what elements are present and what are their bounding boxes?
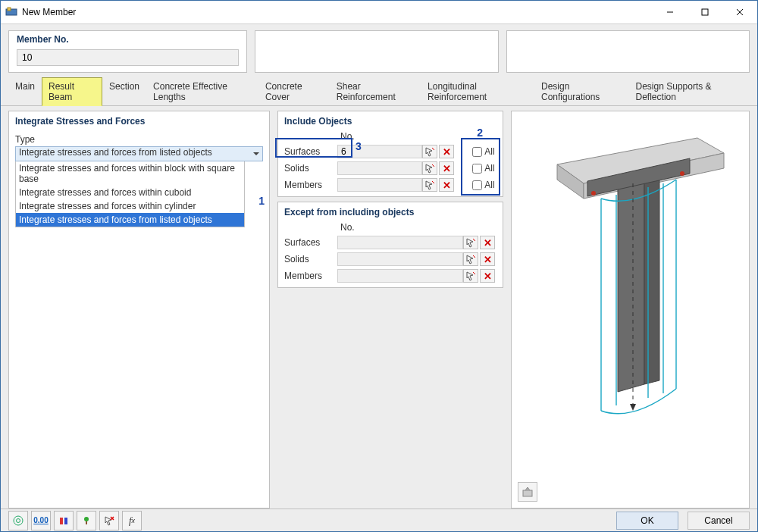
tab-shear-reinforcement[interactable]: Shear Reinforcement (330, 77, 421, 106)
tree-button[interactable] (77, 511, 96, 530)
tab-main[interactable]: Main (8, 77, 42, 106)
integrate-panel: Integrate Stresses and Forces Type Integ… (8, 111, 270, 509)
close-button[interactable] (722, 1, 757, 23)
except-panel: Except from including objects No. Surfac… (277, 202, 503, 288)
clear-surfaces-button[interactable]: ✕ (439, 145, 454, 158)
tab-design-configurations[interactable]: Design Configurations (534, 77, 629, 106)
include-panel: Include Objects 2 3 No. Surfaces ✕ All S… (277, 111, 503, 197)
titlebar: New Member (1, 1, 757, 23)
except-members-input[interactable] (337, 269, 463, 283)
except-solids-input[interactable] (337, 252, 463, 266)
member-no-label: Member No. (17, 34, 239, 45)
annotation-1: 1 (258, 195, 265, 207)
svg-rect-31 (64, 518, 67, 524)
header-blank-2 (506, 30, 750, 73)
tab-concrete-effective-lengths[interactable]: Concrete Effective Lengths (146, 77, 258, 106)
units-button[interactable]: 0.00 (31, 511, 51, 530)
except-pick-solids-button[interactable] (463, 252, 478, 266)
svg-line-11 (473, 272, 475, 274)
tab-result-beam[interactable]: Result Beam (42, 77, 102, 106)
except-row-members-label: Members (284, 271, 337, 281)
svg-marker-16 (644, 171, 659, 384)
svg-marker-15 (618, 171, 644, 392)
window-title: New Member (22, 7, 653, 17)
tab-design-supports-deflection[interactable]: Design Supports & Deflection (629, 77, 750, 106)
svg-line-8 (432, 181, 434, 183)
svg-point-29 (17, 518, 20, 522)
help-button[interactable] (8, 511, 28, 530)
svg-rect-27 (523, 490, 532, 496)
svg-line-6 (432, 148, 434, 150)
member-view-button[interactable] (54, 511, 74, 530)
delete-pick-button[interactable] (99, 511, 119, 530)
minimize-button[interactable] (653, 1, 688, 23)
svg-rect-1 (8, 8, 11, 11)
bottom-bar: 0.00 fx OK Cancel (1, 509, 757, 531)
type-label: Type (15, 134, 263, 145)
header-region: Member No. (1, 23, 757, 77)
svg-point-28 (14, 516, 23, 525)
clear-solids-button[interactable]: ✕ (439, 161, 454, 175)
preview-options-button[interactable] (518, 482, 537, 502)
svg-rect-3 (702, 9, 708, 15)
highlight-box-2 (462, 139, 500, 195)
member-no-input[interactable] (17, 49, 239, 66)
except-clear-solids-button[interactable]: ✕ (480, 252, 495, 266)
preview-panel (511, 111, 750, 509)
pick-solids-button[interactable] (422, 161, 437, 175)
include-solids-input[interactable] (337, 161, 422, 175)
include-row-members-label: Members (284, 180, 337, 190)
app-icon (5, 6, 17, 18)
maximize-button[interactable] (688, 1, 722, 23)
cancel-button[interactable]: Cancel (688, 512, 750, 530)
svg-marker-26 (630, 404, 636, 411)
svg-line-9 (473, 239, 475, 241)
svg-line-7 (432, 164, 434, 167)
annotation-2: 2 (477, 127, 483, 139)
type-option-cuboid[interactable]: Integrate stresses and forces within cub… (16, 186, 244, 199)
type-option-listed[interactable]: Integrate stresses and forces from liste… (16, 213, 244, 227)
tab-concrete-cover[interactable]: Concrete Cover (258, 77, 330, 106)
svg-line-10 (473, 255, 475, 258)
svg-point-23 (591, 191, 596, 196)
annotation-3: 3 (356, 140, 362, 152)
header-blank-1 (255, 30, 499, 73)
except-col-no: No. (337, 222, 463, 233)
clear-members-button[interactable]: ✕ (439, 178, 454, 192)
type-option-block[interactable]: Integrate stresses and forces within blo… (16, 161, 244, 186)
except-pick-members-button[interactable] (463, 269, 478, 283)
svg-point-32 (84, 517, 89, 521)
svg-rect-33 (86, 521, 87, 524)
ok-button[interactable]: OK (616, 512, 678, 530)
except-row-solids-label: Solids (284, 254, 337, 264)
pick-surfaces-button[interactable] (422, 145, 437, 158)
include-members-input[interactable] (337, 178, 422, 192)
tab-strip: Main Result Beam Section Concrete Effect… (1, 77, 757, 106)
preview-3d-icon (512, 111, 750, 505)
include-title: Include Objects (284, 116, 496, 127)
tab-longitudinal-reinforcement[interactable]: Longitudinal Reinforcement (421, 77, 534, 106)
formula-button[interactable]: fx (122, 511, 142, 530)
except-clear-members-button[interactable]: ✕ (480, 269, 495, 283)
except-surfaces-input[interactable] (337, 236, 463, 249)
except-row-surfaces-label: Surfaces (284, 237, 337, 248)
except-title: Except from including objects (284, 207, 496, 217)
svg-point-24 (680, 171, 684, 176)
except-pick-surfaces-button[interactable] (463, 236, 478, 249)
type-option-cylinder[interactable]: Integrate stresses and forces within cyl… (16, 199, 244, 213)
except-clear-surfaces-button[interactable]: ✕ (480, 236, 495, 249)
pick-members-button[interactable] (422, 178, 437, 192)
member-no-box: Member No. (8, 30, 247, 73)
highlight-box-3 (276, 139, 352, 157)
svg-rect-30 (60, 518, 63, 524)
type-dropdown[interactable]: Integrate stresses and forces within blo… (15, 161, 245, 227)
tab-section[interactable]: Section (102, 77, 146, 106)
type-select[interactable]: Integrate stresses and forces from liste… (15, 146, 263, 161)
include-row-solids-label: Solids (284, 163, 337, 174)
integrate-title: Integrate Stresses and Forces (15, 116, 263, 127)
